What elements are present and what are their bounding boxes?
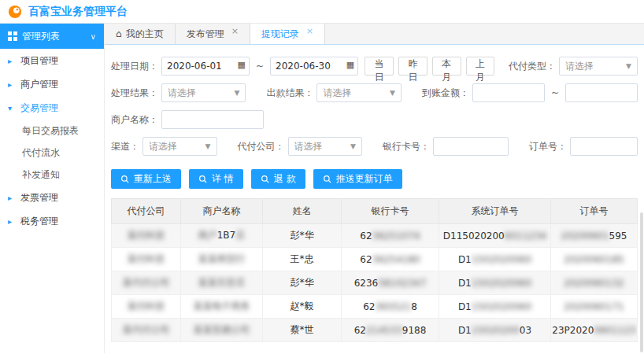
quick-range-button[interactable]: 上月 bbox=[466, 57, 495, 76]
card-label: 银行卡号： bbox=[383, 140, 430, 153]
result-select[interactable]: 请选择 ▼ bbox=[161, 83, 246, 102]
cell-card: 622145339188 bbox=[342, 319, 439, 342]
sidebar-menu: ▸项目管理▸商户管理▾交易管理每日交易报表代付流水补发通知▸发票管理▸税务管理 bbox=[0, 49, 104, 233]
sidebar-subitem[interactable]: 代付流水 bbox=[0, 142, 104, 164]
date-label: 处理日期： bbox=[111, 60, 158, 73]
calendar-icon[interactable]: ▦ bbox=[346, 60, 354, 70]
payout-select[interactable]: 请选择 ▼ bbox=[316, 83, 401, 102]
sidebar-item[interactable]: ▸商户管理 bbox=[0, 72, 104, 96]
search-icon bbox=[120, 175, 130, 184]
quick-range-button[interactable]: 本月 bbox=[432, 57, 461, 76]
column-header: 商户名称 bbox=[181, 199, 263, 224]
cell-order: 2020060171 bbox=[551, 295, 638, 319]
filter-row-4: 渠道： 请选择 ▼ 代付公司： 请选择 ▼ 银行卡号： 订单号： bbox=[111, 136, 638, 157]
grid-icon bbox=[8, 31, 17, 41]
table-row[interactable]: 某付科技某某商贸行王*忠6236254180D11502020060202006… bbox=[112, 248, 638, 271]
cell-name: 彭*华 bbox=[263, 271, 342, 295]
order-label: 订单号： bbox=[529, 140, 567, 153]
resend-button[interactable]: 重新上送 bbox=[111, 169, 181, 189]
chevron-right-icon: ▸ bbox=[8, 217, 16, 226]
quick-range-button[interactable]: 昨日 bbox=[398, 57, 427, 76]
tab[interactable]: ⌂我的主页 bbox=[105, 24, 176, 44]
app-window: 百富宝业务管理平台 管理列表 ∨ ▸项目管理▸商户管理▾交易管理每日交易报表代付… bbox=[0, 0, 644, 354]
filter-row-1: 处理日期： ▦ ~ ▦ 当日昨日本月上月 代付类型： 请选择 bbox=[111, 56, 638, 76]
date-to-wrap: ▦ bbox=[270, 57, 358, 76]
column-header: 代付公司 bbox=[112, 199, 181, 224]
order-number-input[interactable] bbox=[570, 137, 638, 156]
result-label: 处理结果： bbox=[111, 87, 158, 100]
quick-range-button[interactable]: 当日 bbox=[365, 57, 394, 76]
paytype-select[interactable]: 请选择 ▼ bbox=[559, 57, 638, 76]
action-button-label: 退 款 bbox=[274, 172, 296, 186]
paytype-label: 代付类型： bbox=[509, 60, 556, 73]
sidebar-item-label: 交易管理 bbox=[20, 101, 58, 115]
column-header: 订单号 bbox=[551, 199, 638, 224]
sidebar-item[interactable]: ▾交易管理 bbox=[0, 96, 104, 120]
tab-bar: ⌂我的主页发布管理×提现记录× bbox=[105, 24, 644, 45]
table-row[interactable]: 某付科技商户1B7店彭*华6236251074D1150202006011234… bbox=[112, 224, 638, 248]
amount-to-input[interactable] bbox=[565, 83, 638, 102]
sidebar-title: 管理列表 bbox=[22, 30, 60, 43]
date-range-separator: ~ bbox=[256, 61, 264, 72]
cell-order: 23P20200601123 bbox=[551, 319, 638, 342]
amount-range-separator: ~ bbox=[551, 87, 559, 98]
search-icon bbox=[198, 175, 208, 184]
cell-sys: D11502020060 bbox=[439, 271, 551, 295]
cell-name: 蔡*世 bbox=[263, 319, 342, 342]
channel-select[interactable]: 请选择 ▼ bbox=[142, 137, 217, 156]
calendar-icon[interactable]: ▦ bbox=[238, 60, 246, 70]
sidebar-header[interactable]: 管理列表 ∨ bbox=[0, 24, 104, 49]
company-select[interactable]: 请选择 ▼ bbox=[288, 137, 363, 156]
close-icon[interactable]: × bbox=[231, 26, 239, 36]
table-header-row: 代付公司商户名称姓名银行卡号系统订单号订单号 bbox=[112, 199, 638, 224]
cell-company: 某付科技 bbox=[112, 248, 181, 271]
vertical-scrollbar[interactable] bbox=[640, 212, 643, 352]
payout-label: 出款结果： bbox=[266, 87, 313, 100]
tab-label: 发布管理 bbox=[187, 28, 224, 41]
date-from-input[interactable] bbox=[161, 57, 250, 76]
cell-company: 某代付公司 bbox=[112, 319, 181, 342]
cell-merchant: 某某百货店 bbox=[181, 271, 263, 295]
sidebar-item-label: 税务管理 bbox=[20, 215, 58, 228]
amount-from-input[interactable] bbox=[472, 83, 545, 102]
cell-order: 20200601595 bbox=[551, 224, 638, 248]
chevron-down-icon: ▼ bbox=[205, 142, 211, 150]
company-label: 代付公司： bbox=[238, 140, 285, 153]
cell-sys: D11502020060 bbox=[439, 295, 551, 319]
detail-button[interactable]: 详 情 bbox=[189, 169, 243, 189]
cell-company: 某付科技 bbox=[112, 224, 181, 248]
brand-logo-icon bbox=[8, 5, 22, 19]
column-header: 银行卡号 bbox=[342, 199, 439, 224]
chevron-up-icon: ∨ bbox=[91, 32, 96, 41]
sidebar-item[interactable]: ▸项目管理 bbox=[0, 49, 104, 72]
cell-card: 6236254180 bbox=[342, 248, 439, 271]
card-number-input[interactable] bbox=[433, 137, 509, 156]
content-panel: 处理日期： ▦ ~ ▦ 当日昨日本月上月 代付类型： 请选择 bbox=[105, 45, 644, 353]
action-button-label: 推送更新订单 bbox=[336, 172, 393, 186]
date-from-wrap: ▦ bbox=[161, 57, 250, 76]
date-to-input[interactable] bbox=[270, 57, 358, 76]
search-icon bbox=[323, 175, 332, 184]
push-update-button[interactable]: 推送更新订单 bbox=[313, 169, 402, 189]
cell-merchant: 商户1B7店 bbox=[181, 224, 263, 248]
table-row[interactable]: 某代付公司某某百货店彭*华623658102347D11502020060202… bbox=[112, 271, 638, 295]
close-icon[interactable]: × bbox=[306, 26, 313, 36]
refund-button[interactable]: 退 款 bbox=[251, 169, 305, 189]
sidebar-item[interactable]: ▸发票管理 bbox=[0, 186, 104, 209]
merchant-name-input[interactable] bbox=[161, 110, 264, 129]
sidebar-subitem[interactable]: 补发通知 bbox=[0, 164, 104, 186]
sidebar-item[interactable]: ▸税务管理 bbox=[0, 209, 104, 233]
cell-sys: D11502020060 bbox=[439, 248, 551, 271]
cell-company: 某付科技 bbox=[112, 295, 181, 319]
chevron-down-icon: ▾ bbox=[8, 104, 16, 112]
tab[interactable]: 提现记录× bbox=[250, 24, 325, 44]
table-row[interactable]: 某付科技某某电子商务赵*毅623655218D11502020060202006… bbox=[112, 295, 638, 319]
cell-order: 2020060185 bbox=[551, 248, 638, 271]
tab[interactable]: 发布管理× bbox=[176, 24, 250, 44]
chevron-right-icon: ▸ bbox=[8, 57, 16, 65]
sidebar-subitem[interactable]: 每日交易报表 bbox=[0, 120, 104, 142]
tab-label: 提现记录 bbox=[261, 28, 299, 41]
table-row[interactable]: 某代付公司某某贸易公司蔡*世622145339188D1150202000323… bbox=[112, 319, 638, 342]
action-button-label: 详 情 bbox=[212, 172, 234, 186]
home-icon: ⌂ bbox=[116, 28, 122, 39]
